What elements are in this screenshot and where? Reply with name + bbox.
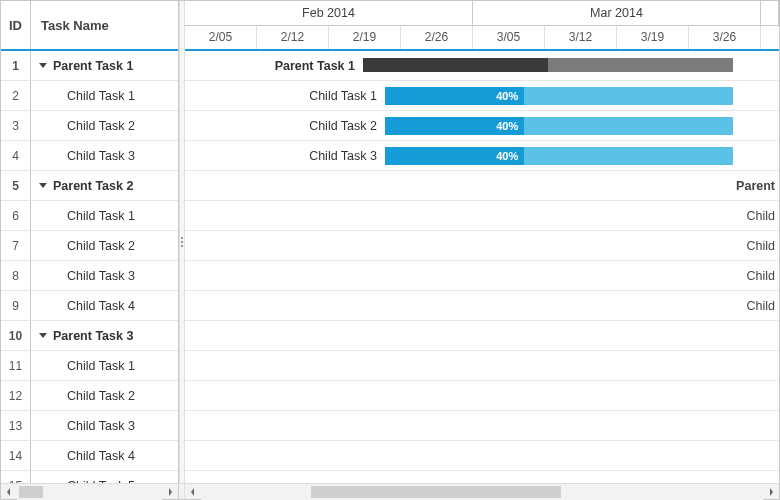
- table-row[interactable]: 13Child Task 3: [1, 411, 178, 441]
- parent-summary-bar[interactable]: [363, 58, 733, 72]
- chevron-down-icon[interactable]: [39, 183, 47, 188]
- cell-id: 11: [1, 351, 31, 380]
- progress-fill: 40%: [385, 147, 524, 165]
- cell-id: 5: [1, 171, 31, 200]
- chart-row: [185, 411, 779, 441]
- task-grid-pane: ID Task Name 1Parent Task 12Child Task 1…: [1, 1, 179, 483]
- table-row[interactable]: 1Parent Task 1: [1, 51, 178, 81]
- table-row[interactable]: 2Child Task 1: [1, 81, 178, 111]
- bar-label: Parent Task 1: [275, 59, 355, 73]
- chart-row: Parent: [185, 171, 779, 201]
- timeline-week[interactable]: 2/26: [401, 26, 473, 50]
- timeline-month: [761, 1, 779, 25]
- scroll-right-button[interactable]: [763, 484, 779, 500]
- table-row[interactable]: 3Child Task 2: [1, 111, 178, 141]
- timeline-week[interactable]: 2/12: [257, 26, 329, 50]
- cell-id: 10: [1, 321, 31, 350]
- column-header-id[interactable]: ID: [1, 1, 31, 49]
- cell-id: 12: [1, 381, 31, 410]
- cell-id: 13: [1, 411, 31, 440]
- cell-task-name: Child Task 2: [31, 231, 178, 260]
- progress-pct: 40%: [496, 117, 518, 135]
- task-bar[interactable]: 40%: [385, 117, 733, 135]
- timeline-week[interactable]: 3/05: [473, 26, 545, 50]
- timeline-month[interactable]: Mar 2014: [473, 1, 761, 25]
- cell-task-name: Child Task 2: [31, 111, 178, 140]
- progress-fill: 40%: [385, 117, 524, 135]
- chart-row: Child: [185, 201, 779, 231]
- scroll-thumb[interactable]: [19, 486, 43, 498]
- cell-id: 1: [1, 51, 31, 80]
- timeline-week[interactable]: 3/26: [689, 26, 761, 50]
- cell-id: 2: [1, 81, 31, 110]
- chart-body[interactable]: Parent Task 1Child Task 140%Child Task 2…: [185, 51, 779, 483]
- table-row[interactable]: 14Child Task 4: [1, 441, 178, 471]
- grid-hscroll[interactable]: [1, 484, 179, 499]
- table-row[interactable]: 6Child Task 1: [1, 201, 178, 231]
- cell-task-name: Child Task 1: [31, 351, 178, 380]
- table-row[interactable]: 11Child Task 1: [1, 351, 178, 381]
- scroll-track[interactable]: [201, 484, 763, 500]
- progress-fill: [363, 58, 548, 72]
- table-row[interactable]: 4Child Task 3: [1, 141, 178, 171]
- bar-label: Child Task 3: [309, 149, 377, 163]
- scroll-left-button[interactable]: [1, 484, 17, 500]
- timeline-week[interactable]: 3/12: [545, 26, 617, 50]
- timeline-week[interactable]: 2/19: [329, 26, 401, 50]
- task-bar[interactable]: 40%: [385, 147, 733, 165]
- gantt-widget: ID Task Name 1Parent Task 12Child Task 1…: [0, 0, 780, 500]
- table-row[interactable]: 12Child Task 2: [1, 381, 178, 411]
- table-row[interactable]: 10Parent Task 3: [1, 321, 178, 351]
- splitter-grip-icon: [181, 237, 183, 247]
- progress-fill: 40%: [385, 87, 524, 105]
- column-header-name[interactable]: Task Name: [31, 1, 178, 49]
- progress-pct: 40%: [496, 147, 518, 165]
- progress-pct: 40%: [496, 87, 518, 105]
- cell-id: 6: [1, 201, 31, 230]
- scroll-row: [1, 483, 779, 499]
- cell-task-name: Child Task 3: [31, 141, 178, 170]
- chevron-down-icon[interactable]: [39, 63, 47, 68]
- table-row[interactable]: 15Child Task 5: [1, 471, 178, 483]
- scroll-left-button[interactable]: [185, 484, 201, 500]
- bar-label: Child: [747, 299, 776, 313]
- scroll-thumb[interactable]: [311, 486, 561, 498]
- cell-id: 14: [1, 441, 31, 470]
- cell-id: 4: [1, 141, 31, 170]
- chart-row: [185, 471, 779, 483]
- grid-body: 1Parent Task 12Child Task 13Child Task 2…: [1, 51, 178, 483]
- scroll-track[interactable]: [17, 484, 162, 500]
- cell-task-name: Child Task 3: [31, 411, 178, 440]
- timeline-week[interactable]: 4/0: [761, 26, 779, 50]
- timeline-week[interactable]: 2/05: [185, 26, 257, 50]
- chart-row: Parent Task 1: [185, 51, 779, 81]
- table-row[interactable]: 8Child Task 3: [1, 261, 178, 291]
- table-row[interactable]: 5Parent Task 2: [1, 171, 178, 201]
- cell-task-name: Parent Task 3: [31, 321, 178, 350]
- chevron-right-icon: [767, 488, 775, 496]
- chart-hscroll[interactable]: [185, 484, 779, 499]
- task-bar[interactable]: 40%: [385, 87, 733, 105]
- scroll-right-button[interactable]: [162, 484, 178, 500]
- bar-label: Child: [747, 269, 776, 283]
- chart-row: [185, 441, 779, 471]
- chart-row: [185, 351, 779, 381]
- table-row[interactable]: 7Child Task 2: [1, 231, 178, 261]
- chart-row: Child Task 340%: [185, 141, 779, 171]
- chart-row: [185, 381, 779, 411]
- cell-task-name: Child Task 2: [31, 381, 178, 410]
- table-row[interactable]: 9Child Task 4: [1, 291, 178, 321]
- cell-task-name: Child Task 4: [31, 441, 178, 470]
- chevron-down-icon[interactable]: [39, 333, 47, 338]
- cell-task-name: Child Task 5: [31, 471, 178, 483]
- cell-id: 9: [1, 291, 31, 320]
- chart-row: Child: [185, 291, 779, 321]
- cell-id: 15: [1, 471, 31, 483]
- cell-task-name: Child Task 4: [31, 291, 178, 320]
- chevron-right-icon: [166, 488, 174, 496]
- cell-task-name: Parent Task 2: [31, 171, 178, 200]
- bar-label: Child Task 1: [309, 89, 377, 103]
- timeline-week[interactable]: 3/19: [617, 26, 689, 50]
- cell-task-name: Parent Task 1: [31, 51, 178, 80]
- timeline-month[interactable]: Feb 2014: [185, 1, 473, 25]
